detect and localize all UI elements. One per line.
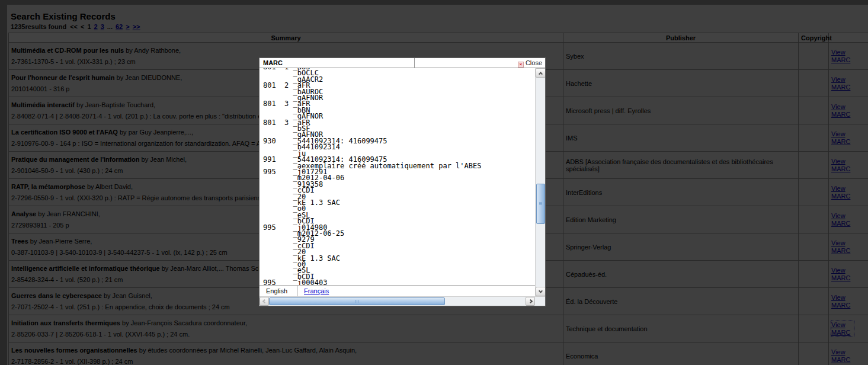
marc-content-area: 801 1 _aUS _bOCLC _gAACR2 801 2 _aFR _bA… [260, 68, 545, 296]
language-link-francais[interactable]: Français [304, 287, 329, 294]
scrollbar-corner [535, 296, 545, 306]
scrollbar-grip-icon [355, 300, 358, 303]
vertical-scrollbar[interactable] [535, 68, 545, 296]
scrollbar-grip-icon [539, 202, 542, 205]
chevron-left-icon [262, 299, 266, 303]
close-icon[interactable]: × [518, 62, 524, 68]
marc-dialog-title: MARC [260, 58, 415, 68]
horizontal-scrollbar[interactable] [260, 296, 535, 306]
horizontal-scrollbar-thumb[interactable] [269, 297, 445, 305]
language-current: English [260, 286, 297, 296]
close-button[interactable]: ×Close [518, 59, 542, 66]
marc-dialog-titlebar: MARC ×Close [260, 58, 545, 68]
horizontal-scrollbar-left-button[interactable] [260, 297, 269, 306]
vertical-scrollbar-up-button[interactable] [536, 68, 545, 78]
horizontal-scrollbar-right-button[interactable] [526, 297, 535, 306]
chevron-down-icon [539, 289, 543, 293]
marc-dialog: MARC ×Close 801 1 _aUS _bOCLC _gAACR2 80… [259, 57, 546, 306]
vertical-scrollbar-down-button[interactable] [536, 287, 545, 296]
language-switch-row: English Français [260, 285, 535, 296]
vertical-scrollbar-thumb[interactable] [536, 184, 545, 224]
chevron-right-icon [528, 299, 532, 303]
marc-record-text: 801 1 _aUS _bOCLC _gAACR2 801 2 _aFR _bA… [260, 68, 535, 285]
chevron-up-icon [539, 72, 543, 76]
close-label[interactable]: Close [526, 59, 542, 66]
